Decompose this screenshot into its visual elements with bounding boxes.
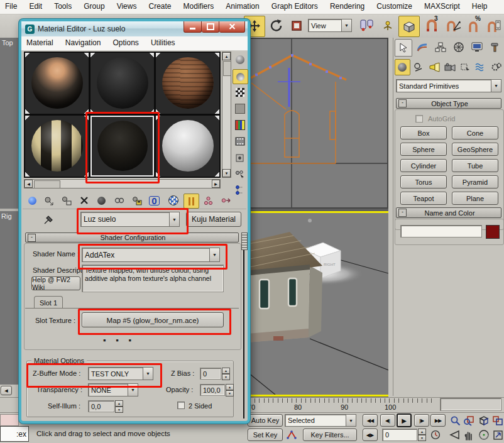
reset-map-button[interactable] [77,194,91,207]
spinner-down-icon[interactable]: ▼ [226,390,234,397]
chevron-down-icon[interactable]: ▼ [169,212,179,226]
menu-maxscript[interactable]: MAXScript [419,0,465,13]
menu-help[interactable]: Help [467,0,493,13]
sample-vertical-scrollbar[interactable]: ▲ ▼ [222,52,231,178]
menu-graph-editors[interactable]: Graph Editors [266,0,323,13]
time-slider-ruler[interactable]: 70 80 90 100 [245,398,434,413]
spinner-up-icon[interactable]: ▲ [115,400,123,407]
close-button[interactable] [219,21,245,33]
hscroll-thumb[interactable] [34,180,60,189]
sample-slot-1[interactable] [25,53,89,114]
video-color-check-button[interactable] [233,118,247,132]
menu-file[interactable]: File [0,0,22,13]
go-to-start-button[interactable]: ◀◀ [363,414,378,427]
go-to-end-button[interactable]: ▶▶ [430,414,446,427]
selection-filter-dropdown[interactable]: Selected ▼ [285,414,356,427]
sample-type-button[interactable] [233,53,247,67]
chevron-down-icon[interactable]: ▼ [491,80,501,92]
collapse-icon[interactable]: - [398,99,407,107]
maximize-button[interactable] [202,21,219,33]
chevron-down-icon[interactable]: ▼ [128,384,138,396]
collapse-icon[interactable]: - [28,234,36,242]
category-space-warps[interactable] [474,60,488,75]
transform-gizmo[interactable] [278,68,300,107]
zoom-all-button[interactable] [463,414,475,427]
me-menu-material[interactable]: Material [21,36,58,49]
assign-material-to-selection-button[interactable] [59,194,74,207]
material-editor-options-button[interactable] [233,151,247,165]
collapse-icon[interactable]: - [398,209,407,217]
menu-customize[interactable]: Customize [371,0,417,13]
object-color-swatch[interactable] [486,225,500,239]
set-key-button[interactable]: Set Key [248,429,283,441]
object-button-geosphere[interactable]: GeoSphere [452,143,498,156]
self-illum-spinner[interactable]: ▲ ▼ [115,400,123,412]
make-preview-button[interactable] [233,134,247,148]
object-button-cylinder[interactable]: Cylinder [400,159,447,172]
viewport-label-right[interactable]: Rig [1,212,12,220]
material-id-channel-button[interactable]: 0 [147,194,162,207]
chevron-down-icon[interactable]: ▼ [143,368,153,380]
zoom-extents-button[interactable] [478,414,490,427]
select-and-scale-button[interactable] [288,17,305,35]
spinner-down-icon[interactable]: ▼ [115,407,123,413]
two-sided-checkbox[interactable] [177,402,185,409]
sample-slot-2[interactable] [90,53,154,114]
use-pivot-point-center-button[interactable] [357,16,377,35]
object-button-teapot[interactable]: Teapot [400,192,447,205]
field-of-view-button[interactable] [449,429,461,441]
key-mode-toggle-button[interactable]: ◀▶ [363,429,378,441]
play-button[interactable]: ▶ [397,413,412,427]
me-menu-navigation[interactable]: Navigation [60,36,106,49]
spinner-down-icon[interactable]: ▼ [418,435,426,441]
me-menu-options[interactable]: Options [108,36,144,49]
rollout-scroll-handle[interactable] [241,232,248,250]
spinner-snap-button[interactable] [485,16,503,35]
make-unique-button[interactable] [112,194,126,207]
auto-key-button[interactable]: Auto Key [248,414,283,427]
go-forward-to-sibling-button[interactable] [219,194,233,207]
snaps-toggle-button[interactable] [398,16,420,37]
primitives-category-dropdown[interactable]: Standard Primitives ▼ [396,79,501,92]
object-button-cone[interactable]: Cone [452,126,498,139]
menu-create[interactable]: Create [144,0,177,13]
pan-view-button[interactable] [463,429,475,441]
sample-slot-6[interactable] [156,116,219,177]
category-cameras[interactable] [442,60,457,75]
spinner-down-icon[interactable]: ▼ [222,374,230,380]
tab-motion[interactable] [451,39,467,55]
put-to-library-button[interactable] [129,194,144,207]
opacity-spinner[interactable]: ▲ ▼ [226,384,234,396]
me-menu-utilities[interactable]: Utilities [146,36,180,49]
spinner-up-icon[interactable]: ▲ [226,384,234,390]
chevron-down-icon[interactable]: ▼ [209,248,219,261]
background-button[interactable] [233,85,247,99]
shader-configuration-rollout-header[interactable]: - Shader Configuration [25,232,239,243]
scroll-down-button[interactable]: ▼ [222,169,231,177]
z-bias-spinner[interactable]: ▲ ▼ [222,368,230,380]
pick-material-from-object-button[interactable] [41,212,55,226]
arc-rotate-button[interactable] [478,429,490,441]
slot-1-tab[interactable]: Slot 1 [34,296,63,309]
viewport-top-left-strip[interactable]: Top [0,38,19,209]
zoom-extents-all-button[interactable] [491,414,504,427]
z-buffer-mode-dropdown[interactable]: TEST ONLY ▼ [88,367,153,380]
maxscript-mini-listener[interactable]: :ex [0,426,29,442]
macro-recorder-pane[interactable] [0,414,19,426]
object-button-torus[interactable]: Torus [400,175,447,189]
chevron-down-icon[interactable]: ▼ [341,19,351,31]
sample-slot-4[interactable] [25,116,89,177]
scroll-up-button[interactable]: ▲ [222,52,231,60]
menu-rendering[interactable]: Rendering [325,0,370,13]
angle-snap-button[interactable] [444,16,463,35]
tab-create[interactable] [395,39,412,57]
tab-display[interactable] [469,39,485,55]
opacity-field[interactable]: 100,0 [200,384,225,396]
scroll-left-button[interactable]: ◀ [25,180,33,188]
angle-snap-toggle-button[interactable]: 3 [422,16,441,35]
material-type-button[interactable]: Kuju Material [186,212,241,227]
key-filters-button[interactable]: Key Filters... [303,429,357,441]
tab-utilities[interactable] [487,39,503,55]
category-geometry[interactable] [395,59,410,75]
sample-slot-3[interactable] [156,53,219,114]
